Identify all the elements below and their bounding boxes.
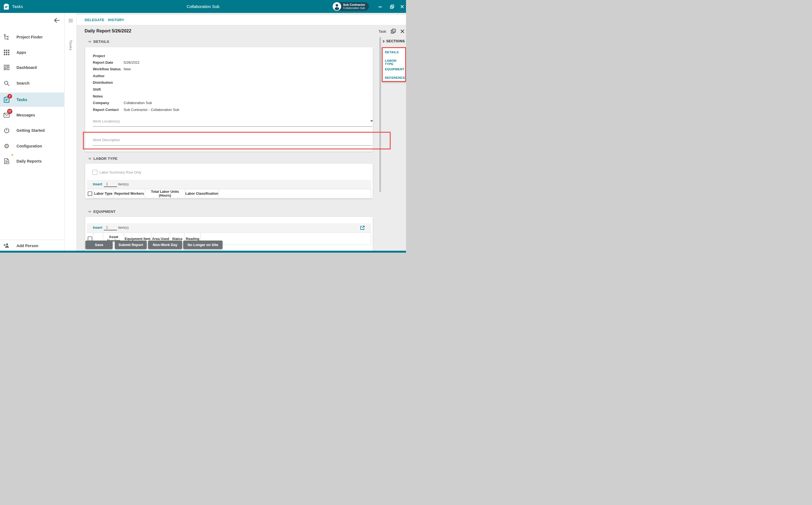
vertical-scrollbar-thumb[interactable] — [379, 37, 381, 192]
section-link-labor-type[interactable]: LABOR TYPE — [385, 59, 405, 66]
record-tab-bar — [76, 15, 406, 25]
sidebar-item-project-finder[interactable]: Project Finder — [0, 30, 64, 44]
section-link-equipment[interactable]: EQUIPMENT — [385, 67, 404, 71]
labor-insert-count-input[interactable] — [104, 181, 117, 187]
field-label: Distribution — [93, 80, 113, 85]
column-header[interactable]: Labor Type — [94, 189, 114, 198]
work-locations-underline — [93, 126, 372, 127]
sidebar-item-apps[interactable]: Apps — [0, 45, 64, 59]
sidebar-item-label: Project Finder — [16, 35, 43, 39]
sidebar-item-label: Apps — [16, 50, 26, 55]
column-header-spacer — [219, 189, 371, 198]
details-section-header[interactable]: DETAILS — [88, 39, 109, 44]
open-in-new-icon[interactable] — [360, 225, 365, 231]
gear-icon: ⚙ — [3, 143, 10, 150]
labor-insert-row: Insert item(s) — [87, 180, 371, 189]
field-label: Notes — [93, 94, 103, 98]
sections-nav-header[interactable]: SECTIONS — [382, 39, 405, 43]
sidebar-footer-divider — [0, 240, 64, 240]
task-close-icon[interactable] — [400, 29, 405, 34]
tasks-badge: 2 — [7, 94, 12, 99]
submit-report-button[interactable]: Submit Report — [115, 240, 147, 249]
sidebar-item-add-person[interactable]: Add Person — [0, 240, 64, 251]
daily-reports-new-marker: * — [11, 153, 13, 159]
labor-select-all-cell — [87, 189, 94, 198]
chevron-down-icon — [88, 40, 92, 43]
add-person-icon — [3, 242, 10, 249]
sidebar-item-label: Search — [16, 81, 29, 86]
column-header[interactable]: Total Labor Units (Hours) — [145, 189, 185, 198]
sidebar-item-dashboard[interactable]: Dashboard — [0, 60, 64, 75]
user-name: Sub Contractor — [343, 3, 365, 7]
field-label: Workflow Status — [93, 67, 121, 71]
field-label: Report Date — [93, 60, 113, 64]
labor-insert-link[interactable]: Insert — [93, 182, 102, 186]
sidebar-item-daily-reports[interactable]: * Daily Reports — [0, 154, 64, 168]
window-minimize-button[interactable] — [377, 3, 383, 10]
equipment-section-header[interactable]: EQUIPMENT — [88, 209, 116, 214]
section-link-details[interactable]: DETAILS — [385, 50, 398, 54]
sections-nav-annotated-box: DETAILS LABOR TYPE EQUIPMENT REFERENCES — [382, 47, 406, 82]
sidebar-item-messages[interactable]: 17 Messages — [0, 108, 64, 122]
task-pane-label: Task — [378, 29, 386, 33]
field-label: Project — [93, 54, 105, 58]
project-finder-icon — [3, 33, 10, 41]
add-person-label: Add Person — [16, 243, 38, 248]
equipment-insert-link[interactable]: Insert — [93, 226, 102, 229]
non-work-day-button[interactable]: Non-Work Day — [148, 240, 182, 249]
labor-section-header[interactable]: LABOR TYPE — [88, 157, 118, 161]
window-close-button[interactable] — [399, 3, 405, 10]
equipment-insert-row: Insert item(s) — [87, 223, 371, 232]
equipment-insert-count-input[interactable] — [104, 225, 117, 230]
sidebar-item-label: Tasks — [16, 98, 27, 102]
app-header: Tasks Collaboration Sub Sub Contractor C… — [0, 0, 406, 13]
page-title: Daily Report 5/26/2022 — [85, 29, 131, 33]
user-account-pill[interactable]: Sub Contractor Collaboration Sub — [333, 2, 369, 11]
tab-delegate[interactable]: DELEGATE — [85, 15, 105, 25]
column-header[interactable]: Reported Workers — [114, 189, 145, 198]
work-locations-dropdown-icon[interactable] — [370, 120, 373, 122]
chevron-down-icon — [88, 157, 92, 160]
no-longer-on-site-button[interactable]: No Longer on Site — [183, 240, 222, 249]
daily-reports-document-clock-icon — [3, 158, 10, 165]
field-label: Company — [93, 101, 109, 105]
field-value: New — [124, 67, 131, 71]
column-header-spacer — [201, 233, 371, 245]
equipment-insert-suffix: item(s) — [118, 226, 129, 229]
pane-menu-icon[interactable] — [69, 19, 73, 22]
section-link-references[interactable]: REFERENCES — [385, 76, 406, 79]
labor-summary-checkbox-label: Labor Summary Row Only — [100, 170, 141, 174]
sidebar-item-getting-started[interactable]: Getting Started — [0, 123, 64, 138]
sidebar-item-tasks[interactable]: 2 Tasks — [0, 93, 64, 107]
pane-layout-icon[interactable]: 1 — [390, 28, 396, 34]
field-value: Collaboration Sub — [124, 101, 152, 105]
sidebar-collapse-back-icon[interactable] — [53, 17, 60, 24]
svg-text:1: 1 — [393, 29, 394, 32]
user-avatar-icon — [333, 2, 341, 11]
labor-select-all-checkbox[interactable] — [88, 191, 92, 196]
tab-history[interactable]: HISTORY — [108, 15, 124, 25]
labor-summary-checkbox[interactable] — [92, 170, 98, 175]
dashboard-icon — [3, 64, 10, 71]
window-restore-button[interactable] — [389, 3, 395, 10]
work-locations-input[interactable]: Work Location(s) — [93, 119, 120, 123]
sidebar-item-label: Dashboard — [16, 65, 37, 70]
field-value: 5/26/2022 — [124, 60, 140, 64]
chevron-right-icon — [382, 40, 385, 43]
apps-grid-icon — [3, 49, 10, 56]
sidebar-item-label: Messages — [16, 113, 35, 117]
field-label: Author — [93, 74, 105, 78]
save-button[interactable]: Save — [86, 240, 113, 249]
column-header[interactable]: Labor Classification — [185, 189, 219, 198]
chevron-down-icon — [88, 210, 92, 213]
sidebar-item-search[interactable]: Search — [0, 76, 64, 90]
annotation-box-work-description — [83, 132, 390, 149]
window-bottom-bar — [0, 251, 406, 252]
field-label: Shift — [93, 87, 101, 92]
messages-badge: 17 — [7, 109, 12, 114]
app-window: Tasks Collaboration Sub Sub Contractor C… — [0, 0, 406, 252]
sidebar-item-label: Configuration — [16, 144, 42, 148]
sidebar: Project Finder Apps Dashboard — [0, 13, 64, 251]
pane-vertical-tab-tasks[interactable]: Tasks — [68, 36, 73, 55]
sidebar-item-configuration[interactable]: ⚙ Configuration — [0, 139, 64, 153]
